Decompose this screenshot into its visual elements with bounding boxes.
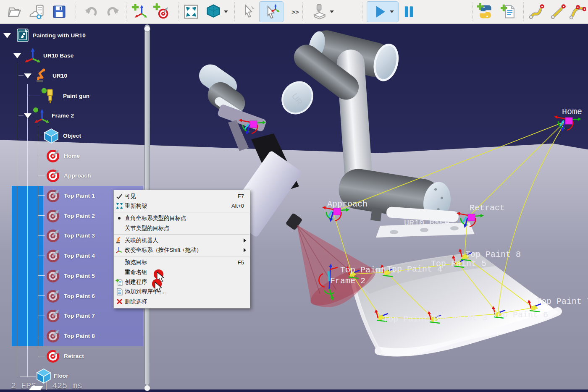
menu-item-create-program[interactable]: 创建程序 [114,277,250,287]
robot-icon [35,68,50,86]
add-program-icon [501,3,517,21]
chevron-down-icon[interactable] [330,10,334,13]
tree-item-label: Top Paint 2 [64,213,95,219]
chevron-down-icon[interactable] [224,10,228,13]
target-muted-icon [46,329,61,345]
overflow-button[interactable]: >> [289,2,302,22]
menu-item-cartesian-target[interactable]: 直角坐标系类型的目标点 [114,214,250,223]
tree-scrollbar-bottom-knob[interactable] [144,385,150,391]
expander-icon[interactable] [24,113,32,118]
undo-button[interactable] [81,2,102,22]
toolbar-separator [76,3,76,21]
target-muted-icon [46,308,61,325]
menu-item-label: 可见 [125,193,136,200]
tree-scrollbar-top-knob[interactable] [144,26,150,32]
menu-item-preview-target[interactable]: 预览目标F5 [114,258,250,267]
scene-label: Top Paint 8 [465,250,521,259]
menu-item-change-frame[interactable]: 改变坐标系（按住Shift +拖动） [114,245,250,255]
target-muted-icon [46,228,61,245]
tool-icon [311,3,328,21]
target-muted-icon [46,209,61,225]
redo-button[interactable] [102,2,123,22]
open-station-icon [29,3,45,21]
tree-item-label: Top Paint 4 [64,253,95,259]
menu-shortcut: F7 [238,193,250,199]
target-icon [46,168,61,185]
cursor-icon [155,282,162,292]
toolbar-separator [302,3,303,21]
select-cursor-icon [240,3,257,21]
scene-label: Retract [470,203,505,213]
tree-item-label: Top Paint 6 [64,293,95,299]
tree-item-frame-2[interactable]: Frame 2 [0,106,146,126]
tool-button[interactable] [307,2,338,22]
expander-icon[interactable] [3,33,11,38]
pause-button[interactable] [399,2,418,22]
cube-icon [44,128,59,146]
tree-item-label: Top Paint 3 [64,233,95,239]
status-divider: | [44,381,49,391]
target-muted-icon [46,248,61,265]
menu-item-link-robot[interactable]: 关联的机器人 [114,235,250,245]
tree-item-ur10[interactable]: UR10 [0,66,146,86]
tree-item-label: Top Paint 1 [64,193,95,199]
tree-item-label: UR10 [52,73,67,79]
tool-icon [40,87,59,107]
menu-shortcut: F5 [238,259,250,266]
toolbar-separator [178,3,178,21]
move-reference-icon [263,3,280,21]
menu-item-add-to-program[interactable]: 添加到程序中..... [114,287,250,297]
expander-icon[interactable] [13,53,21,58]
menu-item-joint-target[interactable]: 关节类型的目标点 [114,223,250,233]
expander-icon[interactable] [24,73,32,78]
menu-item-label: 重命名组 [125,269,147,276]
movel-icon [550,3,567,21]
tree-item-top-paint-7[interactable]: Top Paint 7 [0,306,146,326]
frame-green-icon [32,107,50,127]
scene-label: UR10 Base [404,218,449,228]
menu-item-visible[interactable]: 可见F7 [114,191,250,201]
bullet-icon [114,217,125,220]
chevron-down-icon[interactable] [390,10,394,13]
save-button[interactable] [50,2,69,22]
tree-item-approach[interactable]: Approach [0,166,146,186]
tree-item-label: Top Paint 8 [64,333,95,339]
robodk-window: UR [0,0,588,392]
toolbar-separator [234,3,235,21]
target-muted-icon [46,188,61,205]
movec-button[interactable] [568,2,587,22]
movel-button[interactable] [548,2,569,22]
move-reference-button[interactable] [260,2,283,22]
axes-icon [114,246,125,254]
add-program-button[interactable] [498,2,520,22]
tree-item-top-paint-8[interactable]: Top Paint 8 [0,326,146,346]
tree-item-paint-gun[interactable]: Paint gun [0,86,146,106]
menu-item-reframe[interactable]: 重新构架Alt+0 [114,201,250,211]
tree-item-ur10-base[interactable]: UR10 Base [0,46,146,66]
play-icon [371,3,388,21]
open-station-button[interactable] [27,2,47,22]
submenu-arrow-icon [244,238,246,243]
status-bar: 2 FPS | 425 ms [11,381,82,391]
tree-item-object[interactable]: Object [0,126,146,146]
menu-item-rename-group[interactable]: 重命名组 [114,267,250,277]
add-python-button[interactable] [475,2,496,22]
scene-label: Top Paint 3 [432,313,487,323]
play-button[interactable] [367,2,398,22]
select-cursor-button[interactable] [238,2,259,22]
add-frame-button[interactable] [129,2,150,22]
tree-item-station[interactable]: Painting with UR10 [0,26,146,46]
tree-item-home[interactable]: Home [0,146,146,166]
fit-view-button[interactable] [181,2,202,22]
undo-icon [83,3,100,21]
iso-view-button[interactable] [203,2,230,22]
fit-view-icon [183,3,200,21]
scene-label: Top Paint 7 [536,297,588,306]
toolbar-overflow-label: >> [291,8,299,16]
tree-item-retract[interactable]: Retract [0,346,146,366]
toolbar-separator [472,3,472,21]
open-button[interactable] [4,2,24,22]
movej-button[interactable] [526,2,547,22]
menu-item-delete-selection[interactable]: 删除选择 [114,297,250,306]
add-target-button[interactable] [151,2,172,22]
